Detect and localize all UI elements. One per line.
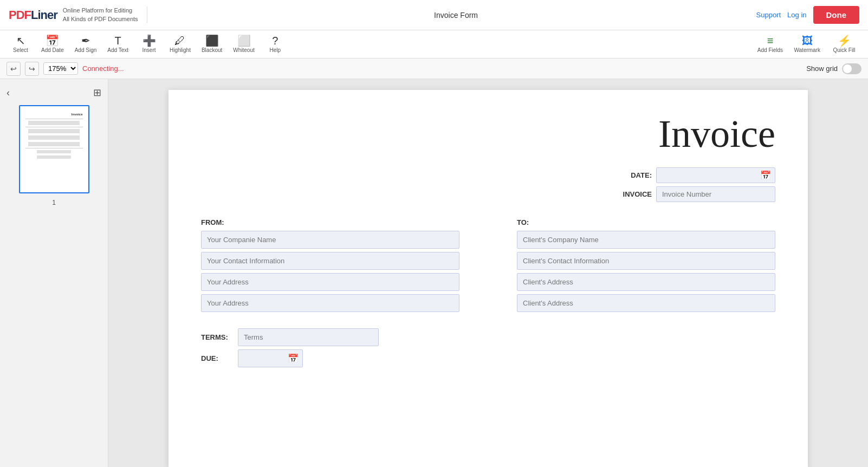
add-fields-icon: ≡ [767, 35, 774, 46]
select-tool[interactable]: ↖ Select [7, 33, 35, 55]
whiteout-icon: ⬜ [237, 35, 251, 46]
show-grid-toggle[interactable] [842, 63, 861, 74]
add-sign-tool[interactable]: ✒ Add Sign [70, 33, 101, 55]
toolbar-right: ≡ Add Fields 🖼 Watermark ⚡ Quick Fill [753, 33, 861, 55]
whiteout-tool[interactable]: ⬜ Whiteout [229, 33, 258, 55]
client-company-input[interactable] [517, 231, 775, 249]
secondary-toolbar: ↩ ↪ 175% 100% 125% 150% 200% Connecting.… [0, 59, 868, 79]
from-block: FROM: [201, 218, 459, 312]
page-number: 1 [52, 199, 56, 206]
sidebar-collapse-button[interactable]: ‹ [7, 87, 10, 99]
blackout-tool[interactable]: ⬛ Blackout [197, 33, 226, 55]
add-text-tool[interactable]: T Add Text [103, 33, 133, 55]
toolbar: ↖ Select 📅 Add Date ✒ Add Sign T Add Tex… [0, 30, 868, 59]
text-icon: T [115, 35, 121, 46]
top-actions: Support Log in Done [756, 6, 859, 24]
page-thumbnail-1[interactable]: Invoice [19, 105, 89, 193]
due-label: DUE: [201, 354, 234, 362]
date-calendar-icon[interactable]: 📅 [760, 170, 771, 180]
help-tool[interactable]: ? Help [261, 33, 289, 55]
logo-subtitle: Online Platform for Editing All Kinds of… [63, 7, 138, 23]
terms-input[interactable] [238, 328, 379, 346]
pdf-page: Invoice DATE: 📅 INVOICE [169, 90, 808, 467]
undo-button[interactable]: ↩ [7, 62, 21, 76]
client-contact-input[interactable] [517, 252, 775, 270]
sidebar-header: ‹ ⊞ [0, 85, 108, 101]
zoom-select[interactable]: 175% 100% 125% 150% 200% [43, 62, 78, 75]
sidebar-pages-button[interactable]: ⊞ [93, 87, 101, 99]
terms-section: TERMS: DUE: 📅 [201, 328, 775, 367]
calendar-icon: 📅 [46, 35, 59, 46]
doc-title: Invoice Form [156, 11, 756, 20]
invoice-row: INVOICE [623, 186, 775, 202]
terms-row: TERMS: [201, 328, 775, 346]
terms-label: TERMS: [201, 333, 234, 341]
date-input[interactable] [656, 167, 775, 183]
quick-fill-icon: ⚡ [838, 35, 851, 46]
insert-icon: ➕ [142, 35, 156, 46]
login-link[interactable]: Log in [787, 11, 806, 19]
top-bar: PDFLiner Online Platform for Editing All… [0, 0, 868, 30]
redo-button[interactable]: ↪ [25, 62, 39, 76]
date-row: DATE: 📅 [631, 167, 775, 183]
show-grid-label: Show grid [806, 64, 838, 73]
done-button[interactable]: Done [813, 6, 860, 24]
add-fields-tool[interactable]: ≡ Add Fields [753, 33, 787, 55]
highlight-icon: 🖊 [174, 35, 185, 46]
canvas-area: Invoice DATE: 📅 INVOICE [108, 79, 868, 467]
due-row: DUE: 📅 [201, 349, 775, 367]
logo-area: PDFLiner Online Platform for Editing All… [9, 7, 147, 23]
quick-fill-tool[interactable]: ⚡ Quick Fill [827, 33, 861, 55]
to-block: TO: [517, 218, 775, 312]
invoice-label: INVOICE [623, 190, 652, 198]
show-grid-area: Show grid [806, 63, 861, 74]
date-label: DATE: [631, 171, 652, 179]
sidebar: ‹ ⊞ Invoice 1 [0, 79, 108, 467]
from-label: FROM: [201, 218, 459, 226]
main-layout: ‹ ⊞ Invoice 1 Invoice [0, 79, 868, 467]
help-icon: ? [272, 35, 278, 46]
from-to-section: FROM: TO: [201, 218, 775, 312]
date-invoice-area: DATE: 📅 INVOICE [201, 167, 775, 202]
insert-tool[interactable]: ➕ Insert [135, 33, 163, 55]
add-date-tool[interactable]: 📅 Add Date [37, 33, 68, 55]
invoice-title: Invoice [201, 112, 775, 157]
blackout-icon: ⬛ [205, 35, 219, 46]
due-calendar-icon[interactable]: 📅 [288, 353, 299, 364]
client-address1-input[interactable] [517, 273, 775, 291]
logo: PDFLiner [9, 8, 57, 22]
invoice-number-input[interactable] [656, 186, 775, 202]
address1-input[interactable] [201, 273, 459, 291]
thumb-content: Invoice [24, 111, 84, 188]
address2-input[interactable] [201, 294, 459, 312]
watermark-icon: 🖼 [802, 35, 813, 46]
contact-info-input[interactable] [201, 252, 459, 270]
highlight-tool[interactable]: 🖊 Highlight [165, 33, 195, 55]
sign-icon: ✒ [81, 35, 90, 46]
to-label: TO: [517, 218, 775, 226]
select-icon: ↖ [16, 35, 25, 46]
client-address2-input[interactable] [517, 294, 775, 312]
support-link[interactable]: Support [756, 11, 781, 19]
watermark-tool[interactable]: 🖼 Watermark [789, 33, 825, 55]
company-name-input[interactable] [201, 231, 459, 249]
connecting-status: Connecting... [82, 64, 124, 73]
